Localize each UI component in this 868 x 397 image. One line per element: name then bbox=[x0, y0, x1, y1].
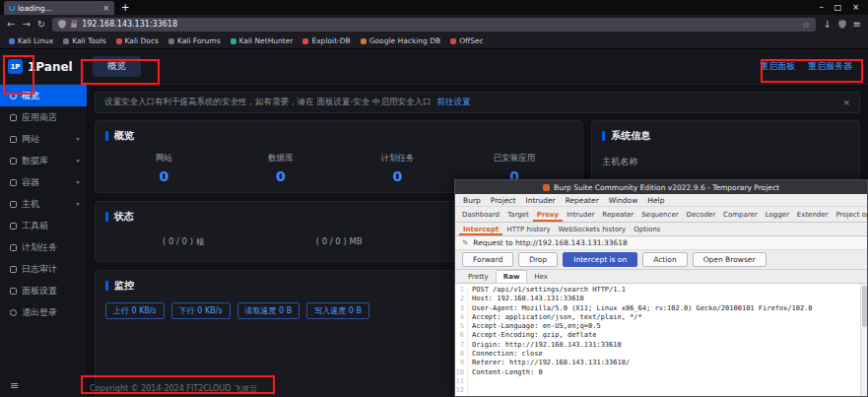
sidebar-item-log-audit[interactable]: 日志审计 bbox=[0, 258, 87, 280]
notice-close-icon[interactable]: × bbox=[842, 98, 850, 107]
tab-intruder[interactable]: Intruder bbox=[563, 207, 598, 222]
view-hex[interactable]: Hex bbox=[527, 270, 555, 283]
view-pretty[interactable]: Pretty bbox=[461, 270, 496, 283]
menu-hamburger-icon[interactable]: ≡ bbox=[853, 20, 861, 30]
request-line: 12 bbox=[455, 386, 860, 395]
sysinfo-hostname-label: 主机名称 bbox=[602, 156, 637, 168]
burp-titlebar[interactable]: Burp Suite Community Edition v2022.9.6 -… bbox=[455, 180, 867, 194]
sidebar-item-overview[interactable]: 概览 bbox=[0, 85, 87, 106]
drop-button[interactable]: Drop bbox=[518, 252, 558, 267]
view-raw[interactable]: Raw bbox=[496, 270, 528, 283]
sidebar-item-toolbox[interactable]: 工具箱 bbox=[0, 215, 87, 236]
intercept-toggle-button[interactable]: Intercept is on bbox=[563, 252, 637, 267]
bookmark-label: Kali NetHunter bbox=[239, 36, 294, 45]
request-line: 4Accept: application/json, text/plain, *… bbox=[455, 313, 860, 322]
scrollbar[interactable] bbox=[860, 284, 867, 396]
menu-window[interactable]: Window bbox=[609, 196, 638, 205]
sidebar-item-label: 计划任务 bbox=[22, 241, 57, 254]
burp-title-text: Burp Suite Community Edition v2022.9.6 -… bbox=[554, 183, 779, 192]
sidebar-item-container[interactable]: 容器 bbox=[0, 171, 87, 193]
menu-repeater[interactable]: Repeater bbox=[566, 196, 599, 205]
sidebar-item-panel-settings[interactable]: 面板设置 bbox=[0, 280, 87, 301]
tab-project-options[interactable]: Project options bbox=[833, 207, 868, 222]
browser-tab[interactable]: loading... × bbox=[4, 1, 114, 15]
bookmark-kali-linux[interactable]: Kali Linux bbox=[9, 36, 53, 45]
bookmark-kali-nethunter[interactable]: Kali NetHunter bbox=[231, 36, 294, 45]
bookmark-kali-forums[interactable]: Kali Forums bbox=[168, 36, 221, 45]
chip-read-speed[interactable]: 读取速度 0 B bbox=[237, 302, 300, 319]
menu-burp[interactable]: Burp bbox=[463, 196, 481, 205]
window-close-button[interactable]: × bbox=[852, 3, 859, 12]
scrollbar-thumb[interactable] bbox=[862, 286, 867, 327]
tab-target[interactable]: Target bbox=[503, 207, 533, 222]
subtab-intercept[interactable]: Intercept bbox=[459, 223, 502, 235]
tab-extender[interactable]: Extender bbox=[793, 207, 833, 222]
bookmark-label: Google Hacking DB bbox=[369, 36, 440, 45]
insecure-lock-icon[interactable] bbox=[70, 20, 78, 29]
new-tab-button[interactable]: + bbox=[121, 2, 129, 13]
window-minimize-button[interactable]: – bbox=[820, 3, 824, 12]
tab-proxy[interactable]: Proxy bbox=[533, 207, 563, 222]
chip-write-speed[interactable]: 写入速度 0 B bbox=[306, 302, 369, 319]
bookmark-star-icon[interactable]: ☆ bbox=[802, 20, 810, 30]
stat-cronjobs[interactable]: 计划任务0 bbox=[339, 153, 456, 184]
stat-websites[interactable]: 网站0 bbox=[105, 153, 223, 184]
sidebar-item-website[interactable]: 网站 bbox=[0, 128, 87, 150]
bookmark-favicon bbox=[116, 38, 122, 44]
shield-icon[interactable] bbox=[58, 20, 66, 29]
sidebar-item-label: 日志审计 bbox=[22, 263, 57, 276]
back-icon[interactable]: ← bbox=[7, 20, 15, 30]
notice-settings-link[interactable]: 前往设置 bbox=[436, 97, 470, 108]
save-page-icon[interactable]: ↓ bbox=[823, 20, 831, 30]
forward-icon[interactable]: → bbox=[22, 20, 30, 30]
edit-pencil-icon[interactable]: ✎ bbox=[462, 238, 468, 247]
forward-button[interactable]: Forward bbox=[462, 252, 513, 267]
subtab-http-history[interactable]: HTTP history bbox=[502, 223, 554, 235]
tab-dashboard[interactable]: Dashboard bbox=[458, 207, 503, 222]
tab-close-icon[interactable]: × bbox=[102, 4, 109, 13]
tab-comparer[interactable]: Comparer bbox=[719, 207, 762, 222]
burp-window[interactable]: Burp Suite Community Edition v2022.9.6 -… bbox=[454, 179, 868, 397]
tab-decoder[interactable]: Decoder bbox=[683, 207, 719, 222]
menu-project[interactable]: Project bbox=[491, 196, 516, 205]
subtab-websockets-history[interactable]: WebSockets history bbox=[555, 223, 631, 235]
sidebar-item-appstore[interactable]: 应用商店 bbox=[0, 106, 87, 128]
sidebar-item-host[interactable]: 主机 bbox=[0, 193, 87, 215]
header-tab-overview[interactable]: 概览 bbox=[93, 56, 141, 77]
tab-logger[interactable]: Logger bbox=[762, 207, 793, 222]
sidebar-item-cron[interactable]: 计划任务 bbox=[0, 236, 87, 258]
bookmark-google-hacking-db[interactable]: Google Hacking DB bbox=[361, 36, 440, 45]
onepanel-logo[interactable]: 1P 1Panel bbox=[0, 59, 91, 74]
menu-intruder[interactable]: Intruder bbox=[525, 196, 555, 205]
browser-toolbar: ← → ↻ 192.168.143.131:33618 ☆ ↓ ≡ bbox=[0, 15, 868, 33]
restart-panel-button[interactable]: 重启面板 bbox=[760, 60, 795, 73]
bookmark-offsec[interactable]: OffSec bbox=[450, 36, 484, 45]
tab-sequencer[interactable]: Sequencer bbox=[637, 207, 682, 222]
sidebar-collapse-icon[interactable]: ≡ bbox=[10, 379, 19, 392]
extensions-shield-icon[interactable] bbox=[838, 20, 846, 29]
chip-download[interactable]: 下行 0 KB/s bbox=[171, 302, 231, 319]
burp-request-editor[interactable]: 1POST /api/v1/settings/search HTTP/1.1 2… bbox=[455, 284, 867, 396]
bookmark-exploit-db[interactable]: Exploit-DB bbox=[302, 36, 350, 45]
window-maximize-button[interactable]: □ bbox=[835, 3, 842, 12]
refresh-icon[interactable]: ↻ bbox=[37, 20, 45, 30]
bookmark-kali-tools[interactable]: Kali Tools bbox=[63, 36, 105, 45]
burp-request-target-bar: ✎ Request to http://192.168.143.131:3361… bbox=[455, 236, 867, 250]
chip-upload[interactable]: 上行 0 KB/s bbox=[105, 302, 165, 319]
action-button[interactable]: Action bbox=[642, 252, 688, 267]
tab-repeater[interactable]: Repeater bbox=[598, 207, 637, 222]
bookmark-kali-docs[interactable]: Kali Docs bbox=[116, 36, 159, 45]
url-bar[interactable]: 192.168.143.131:33618 ☆ bbox=[52, 18, 816, 32]
subtab-options[interactable]: Options bbox=[630, 223, 664, 235]
menu-help[interactable]: Help bbox=[647, 196, 664, 205]
sidebar-item-logout[interactable]: 退出登录 bbox=[0, 301, 87, 323]
request-line: 3User-Agent: Mozilla/5.0 (X11; Linux x86… bbox=[455, 304, 860, 313]
burp-message-view-tabs: Pretty Raw Hex bbox=[455, 270, 867, 284]
request-line: 8Connection: close bbox=[455, 350, 860, 359]
sidebar-item-database[interactable]: 数据库 bbox=[0, 150, 87, 171]
stat-databases[interactable]: 数据库0 bbox=[223, 153, 340, 184]
restart-server-button[interactable]: 重启服务器 bbox=[808, 60, 852, 73]
sidebar-item-label: 应用商店 bbox=[22, 111, 57, 124]
toolbox-icon bbox=[10, 223, 17, 230]
open-browser-button[interactable]: Open Browser bbox=[693, 252, 767, 267]
